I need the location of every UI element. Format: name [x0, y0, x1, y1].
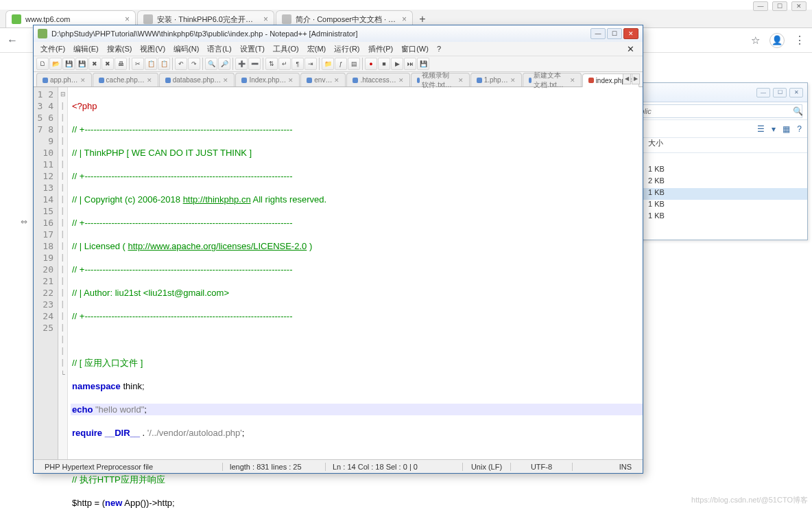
tb-map-icon[interactable]: ▤	[348, 58, 360, 70]
col-size[interactable]: 大小	[648, 138, 803, 152]
menu-run[interactable]: 运行(R)	[330, 44, 363, 54]
tab-scroll-right[interactable]: ▶	[632, 73, 640, 84]
explorer-min-button[interactable]: —	[756, 88, 770, 97]
tb-chars-icon[interactable]: ¶	[291, 58, 304, 70]
code-text: think;	[121, 381, 145, 391]
tb-find-icon[interactable]: 🔍	[205, 58, 217, 70]
npp-tab[interactable]: cache.php…✕	[93, 73, 158, 86]
tab-close-icon[interactable]: ✕	[288, 77, 294, 84]
tb-undo-icon[interactable]: ↶	[175, 58, 187, 70]
tb-open-icon[interactable]: 📂	[49, 58, 62, 70]
tb-folder-icon[interactable]: 📁	[322, 58, 334, 70]
list-view-icon[interactable]: ☰	[757, 124, 765, 134]
tb-sync-icon[interactable]: ⇅	[265, 58, 278, 70]
dropdown-icon[interactable]: ▾	[772, 124, 776, 134]
npp-maximize-button[interactable]: ☐	[607, 28, 622, 39]
resize-cursor-icon: ⇔	[21, 217, 27, 227]
tab-close-icon[interactable]: ✕	[458, 77, 464, 84]
tab-close-icon[interactable]: ×	[402, 14, 407, 24]
menu-macro[interactable]: 宏(M)	[303, 44, 331, 54]
watermark-text: https://blog.csdn.net/@51CTO博客	[691, 495, 808, 505]
menu-search[interactable]: 搜索(S)	[103, 44, 136, 54]
tb-record-icon[interactable]: ●	[365, 58, 377, 70]
tab-close-icon[interactable]: ✕	[147, 77, 152, 84]
npp-tab[interactable]: .htaccess…✕	[346, 73, 409, 86]
tb-replace-icon[interactable]: 🔎	[218, 58, 230, 70]
menu-encoding[interactable]: 编码(N)	[169, 44, 203, 54]
npp-tab[interactable]: database.php…✕	[159, 73, 235, 86]
tab-close-icon[interactable]: ✕	[334, 77, 339, 84]
npp-tabbar: app.ph…✕ cache.php…✕ database.php…✕ Inde…	[34, 72, 643, 87]
tb-wrap-icon[interactable]: ↵	[278, 58, 291, 70]
menu-window[interactable]: 窗口(W)	[397, 44, 433, 54]
explorer-max-button[interactable]: ☐	[773, 88, 787, 97]
tab-close-icon[interactable]: ×	[125, 14, 130, 24]
npp-tab[interactable]: 视频录制软件.txt…✕	[411, 73, 470, 86]
menu-tools[interactable]: 工具(O)	[269, 44, 303, 54]
menu-language[interactable]: 语言(L)	[203, 44, 235, 54]
tab-close-icon[interactable]: ✕	[223, 77, 228, 84]
favicon-icon	[12, 14, 21, 24]
npp-close-button[interactable]: ✕	[623, 28, 638, 39]
bookmark-icon[interactable]: ☆	[751, 34, 760, 47]
code-area[interactable]: <?php // +------------------------------…	[68, 87, 643, 459]
tb-func-icon[interactable]: ƒ	[335, 58, 347, 70]
tb-play-icon[interactable]: ▶	[391, 58, 403, 70]
user-avatar-icon[interactable]: 👤	[769, 33, 785, 48]
code-kw: __DIR__	[105, 428, 140, 438]
tb-playmulti-icon[interactable]: ⏭	[404, 58, 416, 70]
minimize-button[interactable]: —	[753, 1, 768, 11]
tb-save-icon[interactable]: 💾	[62, 58, 75, 70]
tab-close-icon[interactable]: ×	[263, 14, 268, 24]
grid-view-icon[interactable]: ▦	[783, 124, 790, 134]
menu-icon[interactable]: ⋮	[794, 34, 805, 47]
npp-minimize-button[interactable]: —	[590, 28, 606, 39]
tb-zoomin-icon[interactable]: ➕	[235, 58, 248, 70]
code-text: // | Licensed (	[72, 241, 128, 251]
menu-file[interactable]: 文件(F)	[36, 44, 69, 54]
tb-cut-icon[interactable]: ✂	[132, 58, 144, 70]
npp-tab[interactable]: 1.php…✕	[470, 73, 522, 86]
tb-stop-icon[interactable]: ■	[378, 58, 390, 70]
tb-close-icon[interactable]: ✖	[88, 58, 101, 70]
file-icon	[43, 78, 48, 83]
tab-close-icon[interactable]: ✕	[80, 77, 86, 84]
tab-close-icon[interactable]: ✕	[398, 77, 404, 84]
tab-scroll-left[interactable]: ◀	[623, 73, 631, 84]
npp-tab[interactable]: env…✕	[300, 73, 346, 86]
cell-size: 1 KB	[648, 211, 665, 223]
code-text: // 执行HTTP应用并响应	[72, 474, 165, 485]
code-text: // [ 应用入口文件 ]	[72, 358, 143, 368]
code-text: )	[307, 241, 312, 251]
maximize-button[interactable]: ☐	[772, 1, 787, 11]
menu-close-icon[interactable]: ✕	[623, 44, 638, 54]
menu-edit[interactable]: 编辑(E)	[69, 44, 103, 54]
tb-print-icon[interactable]: 🖶	[115, 58, 127, 70]
npp-tab[interactable]: 新建文本文档.txt…✕	[523, 73, 582, 86]
tb-new-icon[interactable]: 🗋	[36, 58, 49, 70]
tb-closeall-icon[interactable]: ✖	[102, 58, 114, 70]
favicon-icon	[282, 14, 291, 24]
menu-view[interactable]: 视图(V)	[136, 44, 169, 54]
tab-close-icon[interactable]: ✕	[570, 77, 575, 84]
npp-editor: 1 2 3 4 5 6 7 8 9 10 11 12 13 14 15 16 1…	[34, 87, 643, 459]
tb-paste-icon[interactable]: 📋	[158, 58, 170, 70]
menu-help[interactable]: ?	[433, 45, 445, 53]
code-text: // | Copyright (c) 2006-2018	[72, 194, 183, 205]
menu-settings[interactable]: 设置(T)	[236, 44, 269, 54]
npp-titlebar[interactable]: D:\phpStudy\PHPTutorial\WWW\thinkphp6\tp…	[34, 25, 643, 42]
back-button[interactable]: ←	[7, 34, 18, 47]
tab-close-icon[interactable]: ✕	[510, 77, 516, 84]
tb-zoomout-icon[interactable]: ➖	[248, 58, 261, 70]
explorer-close-button[interactable]: ✕	[789, 88, 803, 97]
npp-tab[interactable]: app.ph…✕	[36, 73, 92, 86]
tb-indent-icon[interactable]: ⇥	[304, 58, 317, 70]
tb-redo-icon[interactable]: ↷	[188, 58, 200, 70]
npp-tab[interactable]: Index.php…✕	[235, 73, 300, 86]
tb-copy-icon[interactable]: 📋	[145, 58, 157, 70]
tb-saveall-icon[interactable]: 💾	[75, 58, 88, 70]
help-icon[interactable]: ?	[797, 124, 802, 134]
tb-savemacro-icon[interactable]: 💾	[417, 58, 429, 70]
menu-plugins[interactable]: 插件(P)	[364, 44, 398, 54]
close-button[interactable]: ✕	[791, 1, 807, 11]
